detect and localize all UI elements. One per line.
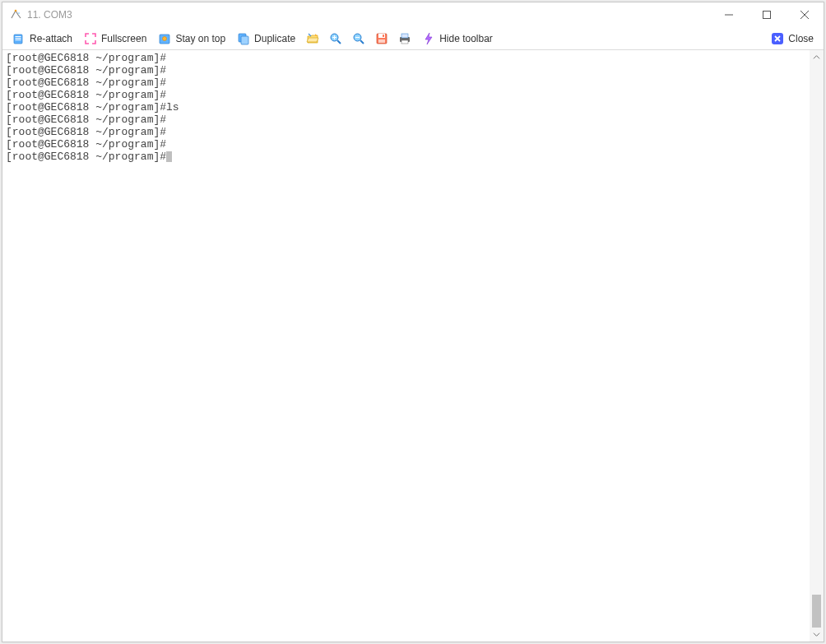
window: 11. COM3 Re-attach <box>2 2 824 642</box>
terminal-line: [root@GEC6818 ~/program]# <box>6 64 806 76</box>
svg-rect-3 <box>763 12 771 19</box>
duplicate-icon <box>237 32 250 45</box>
svg-rect-13 <box>241 36 248 44</box>
save-button[interactable] <box>371 30 392 48</box>
minimize-button[interactable] <box>710 2 748 27</box>
duplicate-label: Duplicate <box>254 33 295 44</box>
svg-line-15 <box>337 40 341 44</box>
svg-rect-6 <box>14 35 22 44</box>
fullscreen-button[interactable]: Fullscreen <box>79 30 151 48</box>
reattach-label: Re-attach <box>30 33 72 44</box>
lightning-icon <box>422 32 435 45</box>
terminal-line: [root@GEC6818 ~/program]# <box>6 76 806 89</box>
close-icon <box>771 32 784 45</box>
terminal-cursor <box>166 151 172 162</box>
print-button[interactable] <box>394 30 415 48</box>
zoom-in-button[interactable] <box>325 30 346 48</box>
stay-on-top-label: Stay on top <box>175 33 225 44</box>
terminal-line: [root@GEC6818 ~/program]# <box>6 89 806 101</box>
open-folder-icon <box>306 32 319 45</box>
terminal-line: [root@GEC6818 ~/program]# <box>6 126 806 138</box>
terminal-output[interactable]: [root@GEC6818 ~/program]#[root@GEC6818 ~… <box>2 50 810 642</box>
svg-rect-8 <box>16 38 21 39</box>
svg-point-1 <box>18 12 20 14</box>
svg-rect-23 <box>383 35 384 37</box>
scroll-down-arrow[interactable] <box>810 628 824 642</box>
app-icon <box>9 8 22 21</box>
window-title: 11. COM3 <box>27 9 72 21</box>
toolbar: Re-attach Fullscreen Stay on top <box>2 27 824 50</box>
scroll-thumb[interactable] <box>812 595 821 628</box>
zoom-in-icon <box>329 32 342 45</box>
reattach-button[interactable]: Re-attach <box>7 30 77 48</box>
close-tab-label: Close <box>788 33 814 44</box>
svg-rect-7 <box>16 36 21 37</box>
maximize-button[interactable] <box>748 2 786 27</box>
svg-point-11 <box>163 36 167 40</box>
zoom-out-button[interactable] <box>348 30 369 48</box>
stay-on-top-icon <box>158 32 171 45</box>
terminal-area: [root@GEC6818 ~/program]#[root@GEC6818 ~… <box>2 50 824 642</box>
terminal-line: [root@GEC6818 ~/program]#ls <box>6 101 806 114</box>
terminal-line: [root@GEC6818 ~/program]# <box>6 52 806 64</box>
zoom-out-icon <box>352 32 365 45</box>
close-tab-button[interactable]: Close <box>766 30 819 48</box>
svg-line-19 <box>360 40 364 44</box>
svg-point-0 <box>15 10 17 12</box>
fullscreen-label: Fullscreen <box>101 33 146 44</box>
hide-toolbar-label: Hide toolbar <box>439 33 493 44</box>
titlebar: 11. COM3 <box>2 2 824 27</box>
window-close-button[interactable] <box>786 2 824 27</box>
save-icon <box>375 32 388 45</box>
open-folder-button[interactable] <box>302 30 323 48</box>
hide-toolbar-button[interactable]: Hide toolbar <box>417 30 498 48</box>
terminal-line: [root@GEC6818 ~/program]# <box>6 138 806 151</box>
stay-on-top-button[interactable]: Stay on top <box>153 30 230 48</box>
scrollbar[interactable] <box>810 50 824 642</box>
scroll-up-arrow[interactable] <box>810 50 824 64</box>
terminal-line: [root@GEC6818 ~/program]# <box>6 114 806 126</box>
scroll-track[interactable] <box>810 64 824 628</box>
svg-rect-9 <box>16 39 21 40</box>
terminal-line: [root@GEC6818 ~/program]# <box>6 151 806 163</box>
duplicate-button[interactable]: Duplicate <box>232 30 300 48</box>
fullscreen-icon <box>84 32 97 45</box>
print-icon <box>398 32 411 45</box>
svg-rect-24 <box>378 39 385 43</box>
reattach-icon <box>12 32 26 45</box>
svg-rect-27 <box>401 40 408 44</box>
window-controls <box>710 2 824 27</box>
svg-rect-26 <box>401 34 408 38</box>
